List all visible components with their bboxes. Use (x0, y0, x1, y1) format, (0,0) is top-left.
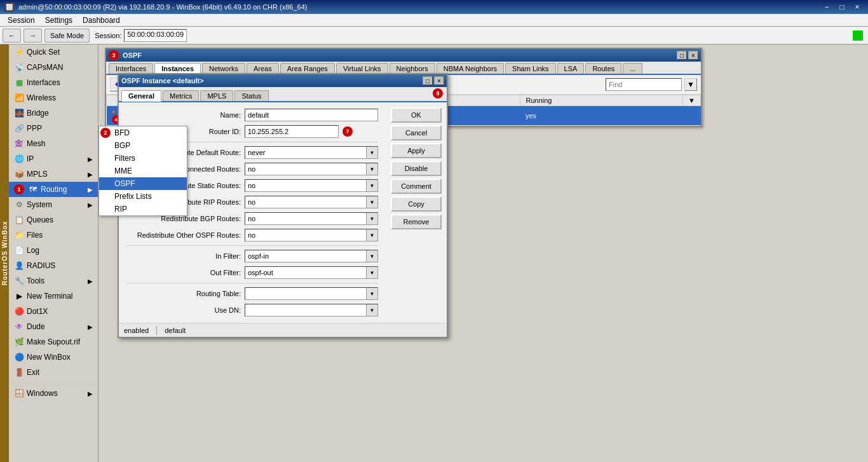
sidebar-item-ppp[interactable]: 🔗 PPP (9, 121, 98, 136)
redistribute-bgp-arrow[interactable]: ▼ (366, 213, 377, 224)
redistribute-bgp-dropdown[interactable]: no (245, 213, 366, 224)
instance-tab-mpls[interactable]: MPLS (200, 90, 233, 101)
routing-table-arrow[interactable]: ▼ (366, 288, 377, 299)
menu-item-prefix-lists[interactable]: Prefix Lists (99, 190, 187, 203)
sidebar-item-log[interactable]: 📄 Log (9, 243, 98, 258)
redistribute-bgp-select[interactable]: no ▼ (245, 212, 378, 225)
sidebar-item-dot1x[interactable]: 🔴 Dot1X (9, 304, 98, 319)
out-filter-arrow[interactable]: ▼ (366, 267, 377, 278)
use-dn-dropdown[interactable] (245, 304, 366, 316)
sidebar-item-make-supout[interactable]: 🌿 Make Supout.rif (9, 334, 98, 350)
redistribute-rip-dropdown[interactable]: no (245, 196, 366, 208)
sidebar-item-exit[interactable]: 🚪 Exit (9, 365, 98, 380)
menu-item-mme[interactable]: MME (99, 165, 187, 177)
tab-more[interactable]: ... (623, 63, 642, 74)
redistribute-static-select[interactable]: no ▼ (245, 179, 378, 192)
sidebar-item-interfaces[interactable]: ▦ Interfaces (9, 75, 98, 90)
sidebar-item-system[interactable]: ⚙ System ▶ (9, 197, 98, 212)
disable-button[interactable]: Disable (391, 161, 442, 176)
ok-button[interactable]: OK (391, 107, 442, 123)
cancel-button[interactable]: Cancel (391, 125, 442, 140)
sidebar-item-files[interactable]: 📁 Files (9, 228, 98, 243)
forward-button[interactable]: → (24, 29, 42, 43)
tab-area-ranges[interactable]: Area Ranges (280, 63, 335, 74)
safe-mode-button[interactable]: Safe Mode (44, 29, 90, 43)
sidebar-item-dude[interactable]: 👁 Dude ▶ (9, 319, 98, 334)
routing-table-dropdown[interactable] (245, 288, 366, 299)
in-filter-select[interactable]: ospf-in ▼ (245, 250, 378, 262)
back-button[interactable]: ← (3, 29, 21, 43)
tab-routes[interactable]: Routes (585, 63, 621, 74)
menu-item-rip[interactable]: RIP (99, 203, 187, 215)
col-running[interactable]: Running (520, 95, 683, 106)
sidebar-item-mesh[interactable]: 🕸 Mesh (9, 136, 98, 151)
use-dn-arrow[interactable]: ▼ (366, 304, 377, 316)
redistribute-connected-dropdown[interactable]: no (245, 163, 366, 175)
instance-tab-general[interactable]: General (121, 90, 161, 102)
menu-settings[interactable]: Settings (40, 16, 78, 25)
sidebar-item-tools[interactable]: 🔧 Tools ▶ (9, 273, 98, 289)
close-button[interactable]: × (850, 2, 864, 12)
sidebar-item-mpls[interactable]: 📦 MPLS ▶ (9, 166, 98, 182)
sidebar-item-bridge[interactable]: 🌉 Bridge (9, 105, 98, 121)
in-filter-dropdown[interactable]: ospf-in (245, 250, 366, 262)
col-dropdown[interactable]: ▼ (683, 95, 701, 106)
redistribute-rip-arrow[interactable]: ▼ (366, 196, 377, 208)
tab-neighbors[interactable]: Neighbors (390, 63, 435, 74)
sidebar-item-radius[interactable]: 👤 RADIUS (9, 258, 98, 273)
sidebar-item-queues[interactable]: 📋 Queues (9, 212, 98, 228)
out-filter-dropdown[interactable]: ospf-out (245, 267, 366, 278)
sidebar-item-wireless[interactable]: 📶 Wireless (9, 90, 98, 105)
sidebar-item-routing[interactable]: 1 🗺 Routing ▶ (9, 182, 98, 197)
find-input[interactable] (606, 78, 682, 91)
tab-areas[interactable]: Areas (247, 63, 279, 74)
tab-lsa[interactable]: LSA (557, 63, 585, 74)
use-dn-select[interactable]: ▼ (245, 304, 378, 316)
ospf-window-close[interactable]: × (688, 51, 698, 60)
comment-button[interactable]: Comment (391, 179, 442, 194)
redistribute-other-arrow[interactable]: ▼ (366, 229, 377, 241)
menu-item-bgp[interactable]: BGP (99, 139, 187, 152)
menu-item-bfd[interactable]: BFD (99, 126, 187, 139)
redistribute-static-dropdown[interactable]: no (245, 180, 366, 191)
menu-item-ospf[interactable]: OSPF (99, 177, 187, 190)
tab-nbma-neighbors[interactable]: NBMA Neighbors (437, 63, 504, 74)
tab-sham-links[interactable]: Sham Links (505, 63, 555, 74)
apply-button[interactable]: Apply (391, 143, 442, 158)
sidebar-item-ip[interactable]: 🌐 IP ▶ (9, 151, 98, 166)
sidebar-item-new-terminal[interactable]: ▶ New Terminal (9, 289, 98, 304)
instance-tab-metrics[interactable]: Metrics (163, 90, 199, 101)
out-filter-select[interactable]: ospf-out ▼ (245, 266, 378, 279)
tab-networks[interactable]: Networks (202, 63, 245, 74)
maximize-button[interactable]: □ (835, 2, 849, 12)
redistribute-other-select[interactable]: no ▼ (245, 229, 378, 241)
minimize-button[interactable]: − (820, 2, 834, 12)
sidebar-item-capsman[interactable]: 📡 CAPsMAN (9, 60, 98, 75)
sidebar-item-quick-set[interactable]: ⚡ Quick Set (9, 44, 98, 60)
redistribute-default-arrow[interactable]: ▼ (366, 147, 377, 158)
menu-session[interactable]: Session (3, 16, 40, 25)
instance-tab-status[interactable]: Status (234, 90, 268, 101)
redistribute-connected-arrow[interactable]: ▼ (366, 163, 377, 175)
redistribute-static-arrow[interactable]: ▼ (366, 180, 377, 191)
name-input[interactable] (245, 109, 378, 121)
instance-close[interactable]: × (434, 76, 444, 85)
redistribute-default-dropdown[interactable]: never (245, 147, 366, 158)
router-id-input[interactable] (245, 125, 339, 138)
redistribute-rip-select[interactable]: no ▼ (245, 196, 378, 208)
menu-dashboard[interactable]: Dashboard (78, 16, 125, 25)
sidebar-item-new-winbox[interactable]: 🔵 New WinBox (9, 350, 98, 365)
routing-table-select[interactable]: ▼ (245, 287, 378, 300)
tab-virtual-links[interactable]: Virtual Links (336, 63, 388, 74)
sidebar-item-windows[interactable]: 🪟 Windows ▶ (9, 386, 98, 401)
instance-restore[interactable]: □ (423, 76, 433, 85)
menu-item-filters[interactable]: Filters (99, 152, 187, 165)
redistribute-connected-select[interactable]: no ▼ (245, 163, 378, 175)
ospf-window-restore[interactable]: □ (677, 51, 687, 60)
tab-interfaces[interactable]: Interfaces (109, 63, 153, 74)
redistribute-other-dropdown[interactable]: no (245, 229, 366, 241)
find-dropdown[interactable]: ▼ (684, 78, 697, 91)
in-filter-arrow[interactable]: ▼ (366, 250, 377, 262)
remove-button[interactable]: Remove (391, 214, 442, 229)
copy-action-button[interactable]: Copy (391, 196, 442, 212)
